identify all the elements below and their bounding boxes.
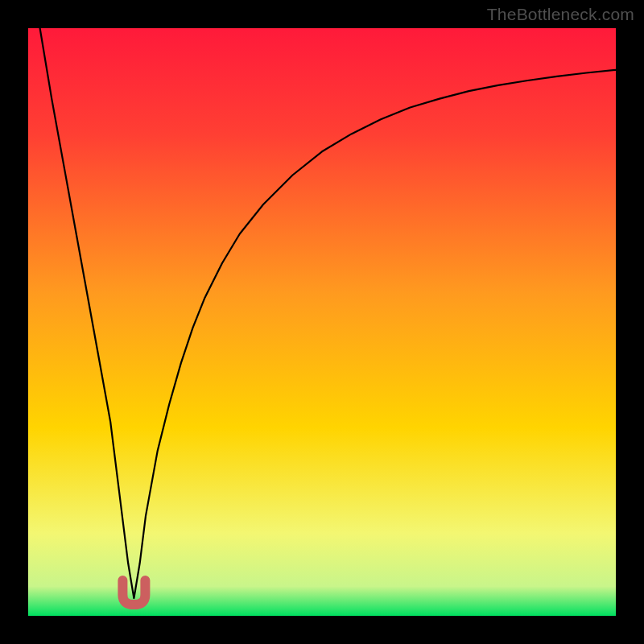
chart-svg <box>28 28 616 616</box>
chart-plot-area <box>28 28 616 616</box>
chart-frame: TheBottleneck.com <box>0 0 644 644</box>
chart-background <box>28 28 616 616</box>
watermark-label: TheBottleneck.com <box>487 5 634 24</box>
